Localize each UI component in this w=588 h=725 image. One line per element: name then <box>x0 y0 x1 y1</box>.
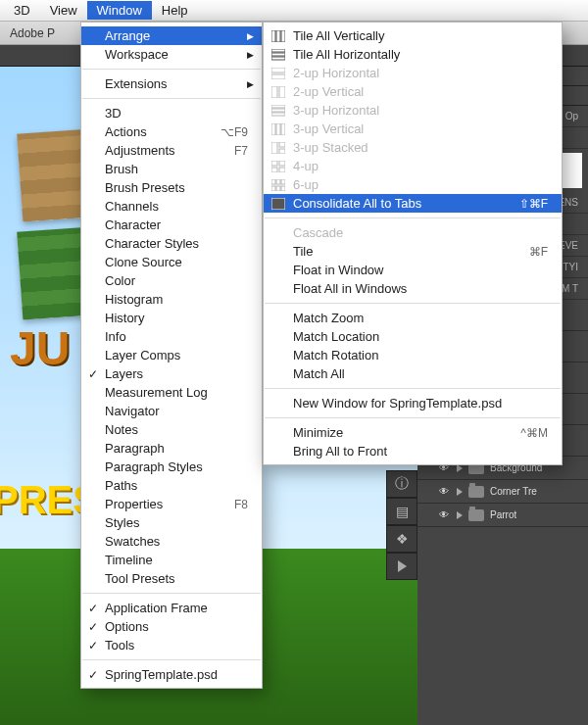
menu-separator <box>265 218 561 218</box>
menu-window[interactable]: Window <box>87 1 152 20</box>
svg-rect-20 <box>279 161 285 166</box>
svg-rect-24 <box>276 179 280 184</box>
layers-icon[interactable]: ▤ <box>386 498 417 525</box>
menu-item-swatches[interactable]: Swatches <box>81 532 262 551</box>
styles-icon[interactable]: ❖ <box>386 525 417 553</box>
menu-item-bring-all-to-front[interactable]: Bring All to Front <box>264 442 562 460</box>
menu-item-paths[interactable]: Paths <box>81 476 262 495</box>
4u-icon <box>271 161 285 172</box>
svg-rect-3 <box>271 49 285 52</box>
menu-3d[interactable]: 3D <box>4 1 40 20</box>
menu-item-adjustments[interactable]: AdjustmentsF7 <box>81 141 262 160</box>
menu-item-character-styles[interactable]: Character Styles <box>81 234 262 253</box>
menu-item-histogram[interactable]: Histogram <box>81 290 262 309</box>
menu-item-springtemplate-psd[interactable]: SpringTemplate.psd <box>81 665 262 684</box>
menu-item-measurement-log[interactable]: Measurement Log <box>81 383 262 402</box>
layer-group-row[interactable]: 👁Corner Tre <box>417 480 588 504</box>
menu-separator <box>82 69 261 70</box>
svg-rect-17 <box>279 142 285 147</box>
svg-rect-21 <box>271 168 277 172</box>
svg-rect-26 <box>271 186 275 191</box>
menu-item-navigator[interactable]: Navigator <box>81 402 262 420</box>
menu-item-3-up-vertical: 3-up Vertical <box>264 120 562 138</box>
menu-item-color[interactable]: Color <box>81 271 262 290</box>
6u-icon <box>271 179 285 191</box>
3h-icon <box>271 105 285 117</box>
menu-item-paragraph[interactable]: Paragraph <box>81 439 262 458</box>
menu-item-paragraph-styles[interactable]: Paragraph Styles <box>81 458 262 476</box>
disclosure-triangle-icon[interactable] <box>457 511 463 519</box>
svg-rect-12 <box>271 113 285 116</box>
menu-item-brush[interactable]: Brush <box>81 160 262 178</box>
group-name: Parrot <box>490 509 516 520</box>
disclosure-triangle-icon[interactable] <box>457 488 463 496</box>
menu-item-history[interactable]: History <box>81 309 262 327</box>
menu-item-minimize[interactable]: Minimize^⌘M <box>264 423 562 442</box>
menu-separator <box>82 659 261 660</box>
system-menubar: 3D View Window Help <box>0 0 588 22</box>
menu-item-tools[interactable]: Tools <box>81 636 262 654</box>
layer-group-row[interactable]: 👁Parrot <box>417 504 588 527</box>
menu-item-info[interactable]: Info <box>81 327 262 346</box>
menu-item-6-up: 6-up <box>264 175 562 194</box>
svg-rect-13 <box>271 123 275 135</box>
play-icon[interactable] <box>386 553 417 580</box>
menu-item-character[interactable]: Character <box>81 216 262 234</box>
svg-rect-14 <box>276 123 280 135</box>
menu-item-3d[interactable]: 3D <box>81 104 262 122</box>
menu-item-styles[interactable]: Styles <box>81 513 262 532</box>
menu-separator <box>265 417 561 418</box>
menu-item-match-all[interactable]: Match All <box>264 364 562 383</box>
menu-item-3-up-horizontal: 3-up Horizontal <box>264 101 562 120</box>
menu-item-tile-all-vertically[interactable]: Tile All Vertically <box>264 26 562 45</box>
menu-view[interactable]: View <box>40 1 87 20</box>
menu-item-match-rotation[interactable]: Match Rotation <box>264 346 562 364</box>
menu-item-workspace[interactable]: Workspace <box>81 45 262 64</box>
svg-rect-8 <box>271 86 277 98</box>
menu-item-2-up-vertical: 2-up Vertical <box>264 82 562 101</box>
menu-item-layers[interactable]: Layers <box>81 364 262 383</box>
menu-item-2-up-horizontal: 2-up Horizontal <box>264 64 562 82</box>
menu-item-tile-all-horizontally[interactable]: Tile All Horizontally <box>264 45 562 64</box>
menu-item-application-frame[interactable]: Application Frame <box>81 599 262 617</box>
svg-rect-23 <box>271 179 275 184</box>
menu-item-match-location[interactable]: Match Location <box>264 327 562 346</box>
svg-rect-22 <box>279 168 285 172</box>
menu-item-cascade: Cascade <box>264 223 562 242</box>
menu-item-notes[interactable]: Notes <box>81 420 262 439</box>
info-icon[interactable]: ⓘ <box>386 470 417 498</box>
menu-item-timeline[interactable]: Timeline <box>81 551 262 569</box>
shortcut-label: ⌘F <box>529 245 548 259</box>
svg-rect-1 <box>276 30 280 42</box>
menu-item-new-window-for-springtemplate-psd[interactable]: New Window for SpringTemplate.psd <box>264 394 562 412</box>
svg-rect-16 <box>271 142 277 154</box>
menu-item-brush-presets[interactable]: Brush Presets <box>81 178 262 197</box>
svg-rect-4 <box>271 53 285 56</box>
window-menu-dropdown: ArrangeWorkspaceExtensions3DActions⌥F9Ad… <box>80 22 263 689</box>
2h-icon <box>271 68 285 79</box>
shortcut-label: F8 <box>234 498 248 511</box>
visibility-eye-icon[interactable]: 👁 <box>437 485 451 499</box>
menu-item-channels[interactable]: Channels <box>81 197 262 216</box>
menu-item-actions[interactable]: Actions⌥F9 <box>81 122 262 141</box>
menu-item-tile[interactable]: Tile⌘F <box>264 242 562 261</box>
menu-item-options[interactable]: Options <box>81 617 262 636</box>
menu-item-properties[interactable]: PropertiesF8 <box>81 495 262 513</box>
folder-icon <box>468 509 484 521</box>
menu-item-clone-source[interactable]: Clone Source <box>81 253 262 271</box>
menu-item-arrange[interactable]: Arrange <box>81 26 262 45</box>
menu-item-tool-presets[interactable]: Tool Presets <box>81 569 262 588</box>
menu-item-float-all-in-windows[interactable]: Float All in Windows <box>264 279 562 298</box>
menu-item-float-in-window[interactable]: Float in Window <box>264 261 562 279</box>
menu-item-match-zoom[interactable]: Match Zoom <box>264 309 562 327</box>
menu-item-consolidate-all-to-tabs[interactable]: Consolidate All to Tabs⇧⌘F <box>264 194 562 213</box>
visibility-eye-icon[interactable]: 👁 <box>437 508 451 522</box>
menu-item-layer-comps[interactable]: Layer Comps <box>81 346 262 364</box>
menu-help[interactable]: Help <box>152 1 198 20</box>
svg-rect-11 <box>271 109 285 112</box>
svg-rect-0 <box>271 30 275 42</box>
svg-rect-18 <box>279 149 285 154</box>
svg-rect-27 <box>276 186 280 191</box>
menu-separator <box>265 303 561 304</box>
menu-item-extensions[interactable]: Extensions <box>81 74 262 93</box>
